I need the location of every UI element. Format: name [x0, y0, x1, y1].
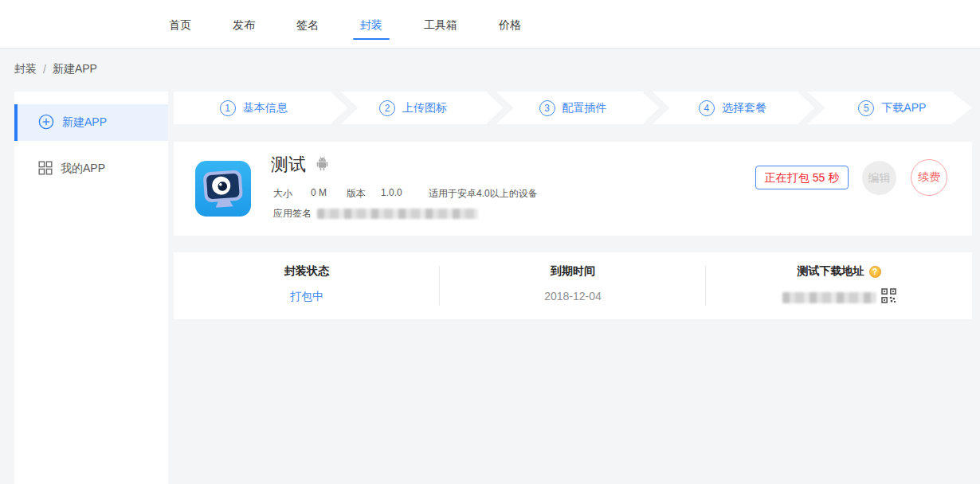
- nav-tab-publish[interactable]: 发布: [233, 0, 255, 48]
- step-number-badge: 1: [220, 100, 236, 116]
- nav-tab-home[interactable]: 首页: [169, 0, 191, 48]
- step-chevron-separator: [798, 92, 825, 124]
- step-configure-plugins[interactable]: 3 配置插件: [493, 92, 653, 124]
- nav-tab-label: 签名: [296, 18, 319, 31]
- step-number-badge: 5: [858, 100, 874, 116]
- package-status-column: 封装状态 打包中: [174, 252, 440, 319]
- expiry-title: 到期时间: [551, 264, 595, 279]
- signature-label: 应用签名: [273, 207, 312, 221]
- breadcrumb-item-package[interactable]: 封装: [14, 62, 37, 76]
- nav-tab-package[interactable]: 封装: [360, 0, 382, 48]
- step-number-badge: 3: [539, 100, 555, 116]
- sidebar-item-label: 我的APP: [61, 162, 105, 176]
- active-item-indicator: [14, 104, 18, 141]
- step-number-badge: 4: [699, 100, 715, 116]
- step-label: 选择套餐: [722, 101, 766, 115]
- breadcrumb: 封装 / 新建APP: [14, 62, 97, 76]
- nav-tab-label: 封装: [360, 18, 382, 31]
- signature-redacted-blur: [317, 209, 478, 219]
- nav-tab-label: 价格: [499, 18, 521, 31]
- step-select-plan[interactable]: 4 选择套餐: [653, 92, 812, 124]
- top-navbar: 首页 发布 签名 封装 工具箱 价格: [0, 0, 980, 49]
- nav-tab-pricing[interactable]: 价格: [499, 0, 521, 48]
- download-url-row: [782, 288, 896, 306]
- expiry-date: 2018-12-04: [544, 290, 602, 302]
- size-value: 0 M: [311, 187, 327, 198]
- step-chevron-separator: [331, 92, 358, 124]
- sidebar: 新建APP 我的APP: [14, 92, 168, 484]
- version-label: 版本: [347, 187, 366, 201]
- step-chevron-separator: [486, 92, 513, 124]
- grid-icon: [38, 161, 53, 178]
- packing-status-button[interactable]: 正在打包 55 秒: [755, 166, 849, 189]
- package-status-value: 打包中: [290, 290, 323, 304]
- package-status-title: 封装状态: [284, 264, 329, 279]
- step-number-badge: 2: [379, 100, 395, 116]
- download-url-title: 测试下载地址 ?: [798, 264, 881, 279]
- app-icon: [195, 161, 251, 217]
- breadcrumb-separator: /: [43, 63, 46, 76]
- app-title-row: 测试: [271, 153, 329, 177]
- sidebar-item-my-app[interactable]: 我的APP: [14, 150, 168, 187]
- breadcrumb-item-new-app: 新建APP: [53, 62, 97, 76]
- step-basic-info[interactable]: 1 基本信息: [174, 92, 333, 124]
- step-label: 下载APP: [881, 101, 926, 115]
- compatibility-note: 适用于安卓4.0以上的设备: [429, 187, 538, 201]
- android-icon: [316, 156, 329, 174]
- app-name: 测试: [271, 153, 306, 177]
- step-label: 基本信息: [243, 101, 288, 115]
- renew-button[interactable]: 续费: [911, 159, 947, 196]
- nav-tab-label: 首页: [169, 18, 191, 31]
- download-url-column: 测试下载地址 ?: [706, 252, 972, 319]
- version-value: 1.0.0: [381, 187, 402, 198]
- active-tab-underline: [353, 38, 390, 40]
- step-download-app[interactable]: 5 下载APP: [813, 92, 972, 124]
- app-summary-card: 测试 大小 0 M 版本 1.0.0 适用于安卓4.0以上的设备: [174, 142, 972, 236]
- coin-question-icon[interactable]: ?: [869, 266, 881, 278]
- expiry-column: 到期时间 2018-12-04: [440, 252, 706, 319]
- app-packaging-page: 首页 发布 签名 封装 工具箱 价格 封装 / 新建APP 新建APP 我的AP…: [0, 0, 980, 484]
- qr-code-icon[interactable]: [881, 288, 896, 306]
- nav-tab-label: 发布: [233, 18, 255, 31]
- main-nav: 首页 发布 签名 封装 工具箱 价格: [169, 0, 521, 48]
- nav-tab-signature[interactable]: 签名: [296, 0, 319, 48]
- edit-button[interactable]: 编辑: [862, 161, 896, 195]
- step-chevron-separator: [642, 92, 669, 124]
- sidebar-item-new-app[interactable]: 新建APP: [14, 104, 168, 141]
- size-label: 大小: [273, 187, 292, 201]
- nav-tab-toolbox[interactable]: 工具箱: [424, 0, 457, 48]
- download-url-redacted-blur: [782, 292, 876, 303]
- download-url-title-text: 测试下载地址: [798, 264, 864, 279]
- plus-circle-icon: [38, 114, 54, 132]
- sidebar-item-label: 新建APP: [62, 115, 107, 130]
- wizard-stepper: 1 基本信息 2 上传图标 3 配置插件 4 选择套餐 5 下载APP: [174, 92, 972, 124]
- status-info-card: 封装状态 打包中 到期时间 2018-12-04 测试下载地址 ?: [174, 252, 972, 319]
- step-label: 上传图标: [402, 101, 447, 115]
- nav-tab-label: 工具箱: [424, 18, 457, 31]
- step-label: 配置插件: [563, 101, 607, 115]
